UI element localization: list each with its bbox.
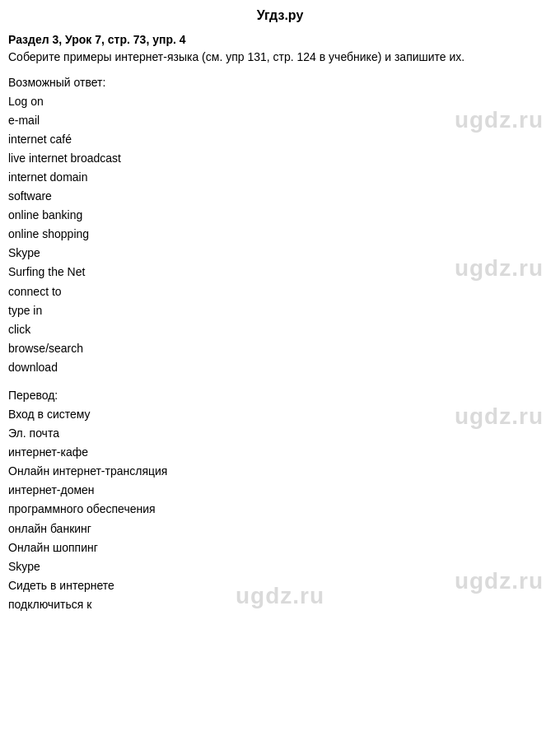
english-word-list: Log on e-mail internet café live interne… <box>8 92 552 377</box>
list-item: Skype <box>8 557 552 576</box>
possible-answer-label: Возможный ответ: <box>8 76 552 89</box>
list-item: connect to <box>8 282 552 301</box>
list-item: интернет-кафе <box>8 443 552 462</box>
list-item: live internet broadcast <box>8 149 552 168</box>
exercise-header: Раздел 3, Урок 7, стр. 73, упр. 4 <box>8 33 552 46</box>
list-item: Онлайн интернет-трансляция <box>8 462 552 481</box>
list-item: подключиться к <box>8 595 552 614</box>
site-title: Угдз.ру <box>8 8 552 23</box>
list-item: интернет-домен <box>8 481 552 500</box>
list-item: Сидеть в интернете <box>8 576 552 595</box>
page-container: ugdz.ru ugdz.ru ugdz.ru ugdz.ru ugdz.ru … <box>0 0 560 634</box>
list-item: онлайн банкинг <box>8 520 552 538</box>
translation-label: Перевод: <box>8 389 552 402</box>
russian-word-list: Вход в систему Эл. почта интернет-кафе О… <box>8 405 552 614</box>
list-item: internet domain <box>8 168 552 187</box>
list-item: browse/search <box>8 339 552 358</box>
list-item: Эл. почта <box>8 424 552 443</box>
list-item: Вход в систему <box>8 405 552 424</box>
list-item: Skype <box>8 244 552 263</box>
list-item: Log on <box>8 92 552 111</box>
translation-section: Перевод: Вход в систему Эл. почта интерн… <box>8 389 552 614</box>
list-item: download <box>8 358 552 377</box>
list-item: online banking <box>8 206 552 225</box>
list-item: online shopping <box>8 225 552 244</box>
list-item: Онлайн шоппинг <box>8 538 552 557</box>
exercise-description: Соберите примеры интернет-языка (см. упр… <box>8 49 552 66</box>
list-item: software <box>8 187 552 206</box>
list-item: e-mail <box>8 111 552 130</box>
list-item: internet café <box>8 130 552 149</box>
list-item: click <box>8 320 552 339</box>
list-item: программного обеспечения <box>8 500 552 519</box>
list-item: type in <box>8 301 552 320</box>
list-item: Surfing the Net <box>8 263 552 282</box>
